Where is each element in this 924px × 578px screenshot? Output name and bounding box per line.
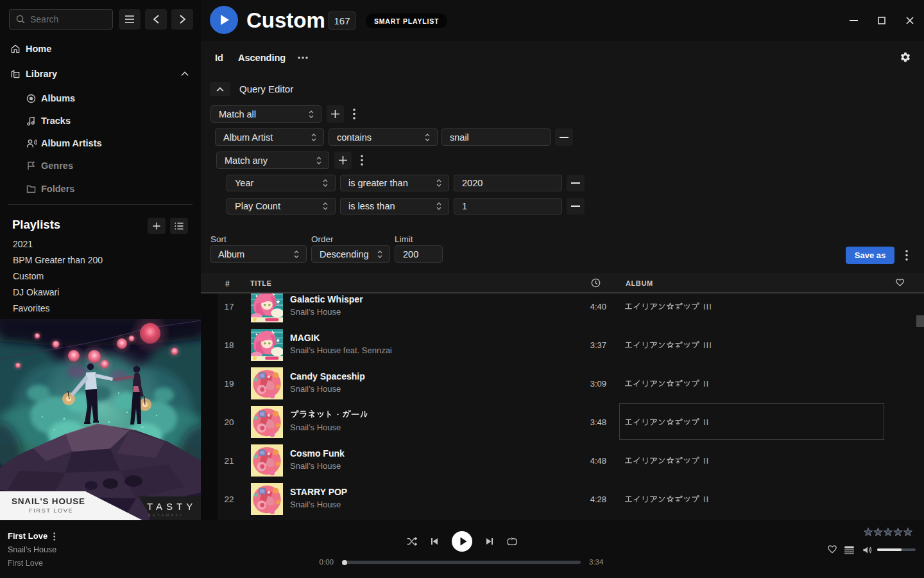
svg-text:BETAMAXI: BETAMAXI <box>148 513 184 517</box>
svg-text:SNAIL'S HOUSE: SNAIL'S HOUSE <box>12 496 85 506</box>
svg-text:FIRST LOVE: FIRST LOVE <box>29 507 73 514</box>
svg-text:TASTY: TASTY <box>147 501 196 512</box>
